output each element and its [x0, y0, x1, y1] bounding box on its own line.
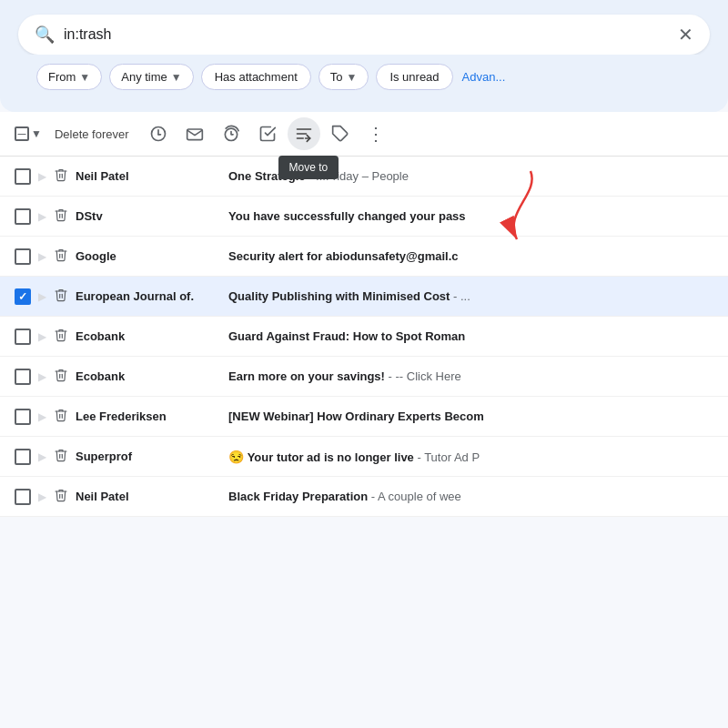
- email-row[interactable]: ▶Superprof😒 Your tutor ad is no longer l…: [0, 437, 728, 477]
- to-filter-chip[interactable]: To ▼: [318, 64, 369, 90]
- snooze-button[interactable]: [142, 117, 175, 150]
- trash-icon: [54, 488, 68, 506]
- trash-icon: [54, 288, 68, 306]
- email-sender: DStv: [76, 209, 221, 223]
- email-subject: Guard Against Fraud: How to Spot Roman: [228, 329, 713, 343]
- more-actions-button[interactable]: ⋮: [360, 117, 393, 150]
- email-row[interactable]: ▶GoogleSecurity alert for abiodunsafety@…: [0, 237, 728, 277]
- search-input[interactable]: [64, 26, 669, 43]
- advance-filter-link[interactable]: Advan...: [462, 70, 506, 84]
- email-star-icon[interactable]: ▶: [38, 410, 46, 423]
- email-star-icon[interactable]: ▶: [38, 450, 46, 463]
- trash-icon: [54, 167, 68, 186]
- anytime-label: Any time: [121, 70, 167, 84]
- anytime-filter-chip[interactable]: Any time ▼: [109, 64, 193, 90]
- email-checkbox[interactable]: [15, 329, 31, 345]
- move-to-tooltip: Move to: [278, 156, 339, 179]
- email-sender: Ecobank: [76, 369, 221, 383]
- anytime-chevron-icon: ▼: [171, 71, 182, 84]
- label-button[interactable]: [324, 117, 357, 150]
- email-row[interactable]: ▶Neil PatelBlack Friday Preparation - A …: [0, 477, 728, 517]
- email-subject: Earn more on your savings! - -- Click He…: [228, 369, 713, 383]
- email-star-icon[interactable]: ▶: [38, 490, 46, 503]
- to-chevron-icon: ▼: [346, 71, 357, 84]
- email-subject: 😒 Your tutor ad is no longer live - Tuto…: [228, 450, 713, 464]
- attachment-label: Has attachment: [215, 70, 298, 84]
- search-icon: 🔍: [35, 25, 55, 45]
- delete-forever-button[interactable]: Delete forever: [46, 122, 138, 147]
- trash-icon: [54, 248, 68, 266]
- email-row[interactable]: ▶Lee Frederiksen[NEW Webinar] How Ordina…: [0, 397, 728, 437]
- email-row[interactable]: ▶Neil PatelOne Strategic - ...Friday – P…: [0, 157, 728, 197]
- email-subject: Security alert for abiodunsafety@gmail.c: [228, 249, 713, 263]
- email-checkbox[interactable]: [15, 168, 31, 185]
- email-star-icon[interactable]: ▶: [38, 290, 46, 303]
- email-list: ▶Neil PatelOne Strategic - ...Friday – P…: [0, 157, 728, 517]
- email-star-icon[interactable]: ▶: [38, 330, 46, 343]
- email-star-icon[interactable]: ▶: [38, 370, 46, 383]
- from-chevron-icon: ▼: [79, 71, 90, 84]
- search-bar: 🔍 ✕: [18, 15, 710, 55]
- from-filter-chip[interactable]: From ▼: [36, 64, 102, 90]
- email-row[interactable]: ▶European Journal of.Quality Publishing …: [0, 277, 728, 317]
- email-row[interactable]: ▶EcobankEarn more on your savings! - -- …: [0, 357, 728, 397]
- email-sender: Neil Patel: [76, 169, 221, 183]
- delete-forever-label: Delete forever: [55, 127, 129, 141]
- email-sender: Google: [76, 249, 221, 263]
- email-sender: Lee Frederiksen: [76, 410, 221, 423]
- email-sender: European Journal of.: [76, 289, 221, 303]
- search-bar-container: 🔍 ✕ From ▼ Any time ▼ Has attachment To …: [0, 0, 728, 112]
- email-star-icon[interactable]: ▶: [38, 210, 46, 223]
- email-sender: Superprof: [76, 450, 221, 463]
- trash-icon: [54, 368, 68, 386]
- mark-as-read-button[interactable]: [178, 117, 211, 150]
- add-to-tasks-button[interactable]: [251, 117, 284, 150]
- trash-icon: [54, 448, 68, 466]
- email-subject: [NEW Webinar] How Ordinary Experts Becom: [228, 410, 713, 423]
- move-to-button[interactable]: [288, 117, 320, 150]
- email-checkbox[interactable]: [15, 409, 31, 425]
- snooze2-button[interactable]: [215, 117, 248, 150]
- move-to-container: Move to: [288, 117, 320, 150]
- select-all-box[interactable]: ―: [15, 126, 29, 141]
- attachment-filter-chip[interactable]: Has attachment: [201, 64, 311, 90]
- email-row[interactable]: ▶DStvYou have successfully changed your …: [0, 197, 728, 237]
- toolbar: ― ▼ Delete forever: [0, 112, 728, 157]
- unread-filter-chip[interactable]: Is unread: [376, 64, 452, 90]
- from-label: From: [48, 70, 76, 84]
- trash-icon: [54, 408, 68, 426]
- filter-bar: From ▼ Any time ▼ Has attachment To ▼ Is…: [18, 55, 710, 101]
- email-star-icon[interactable]: ▶: [38, 250, 46, 263]
- email-subject: You have successfully changed your pass: [228, 209, 713, 223]
- email-checkbox[interactable]: [15, 208, 31, 225]
- tooltip-text: Move to: [278, 156, 339, 179]
- email-checkbox[interactable]: [15, 248, 31, 265]
- select-all-checkbox[interactable]: ― ▼: [15, 126, 42, 141]
- to-label: To: [330, 70, 343, 84]
- select-dropdown-icon[interactable]: ▼: [31, 127, 42, 140]
- email-sender: Neil Patel: [76, 490, 221, 503]
- email-subject: Black Friday Preparation - A couple of w…: [228, 490, 713, 503]
- trash-icon: [54, 207, 68, 226]
- email-row[interactable]: ▶EcobankGuard Against Fraud: How to Spot…: [0, 317, 728, 357]
- email-checkbox[interactable]: [15, 489, 31, 505]
- more-dots-icon: ⋮: [367, 123, 386, 145]
- email-sender: Ecobank: [76, 329, 221, 343]
- email-star-icon[interactable]: ▶: [38, 170, 46, 183]
- trash-icon: [54, 328, 68, 346]
- email-checkbox[interactable]: [15, 449, 31, 465]
- email-checkbox[interactable]: [15, 369, 31, 385]
- clear-search-button[interactable]: ✕: [678, 24, 693, 46]
- email-subject: Quality Publishing with Minimised Cost -…: [228, 289, 713, 303]
- unread-label: Is unread: [389, 70, 439, 84]
- email-checkbox[interactable]: [15, 288, 31, 305]
